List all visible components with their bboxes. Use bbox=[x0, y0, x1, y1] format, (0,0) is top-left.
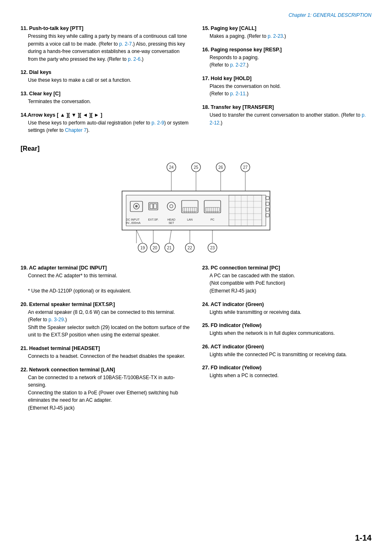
item-12-body: Use these keys to make a call or set a f… bbox=[28, 76, 190, 84]
item-22-title: 22. Network connection terminal [LAN] bbox=[21, 367, 190, 373]
chapter-title: Chapter 1: GENERAL DESCRIPTION bbox=[288, 12, 371, 18]
diagram-container: DC INPUT 9V...600mA EXT.SP. HEAD SET LAN… bbox=[21, 158, 371, 257]
item-16-title: 16. Paging response key [RESP.] bbox=[202, 47, 371, 53]
item-17-body: Places the conversation on hold.(Refer t… bbox=[210, 83, 371, 98]
link-p2-27[interactable]: p. 2-27 bbox=[230, 62, 245, 68]
svg-point-4 bbox=[135, 205, 138, 207]
svg-rect-35 bbox=[266, 196, 269, 200]
link-p2-23[interactable]: p. 2-23 bbox=[267, 33, 283, 39]
item-21-title: 21. Headset terminal [HEADSET] bbox=[21, 345, 190, 351]
svg-rect-36 bbox=[266, 202, 269, 205]
svg-text:DC INPUT: DC INPUT bbox=[126, 218, 140, 221]
svg-text:21: 21 bbox=[167, 246, 172, 250]
item-13: 13. Clear key [C] Terminates the convers… bbox=[21, 91, 190, 106]
item-11-body: Pressing this key while calling a party … bbox=[28, 32, 190, 63]
bottom-right-column: 23. PC connection terminal [PC] A PC can… bbox=[202, 265, 371, 419]
item-15-body: Makes a paging. (Refer to p. 2-23.) bbox=[210, 32, 371, 40]
item-23: 23. PC connection terminal [PC] A PC can… bbox=[202, 265, 371, 295]
item-17: 17. Hold key [HOLD] Places the conversat… bbox=[202, 76, 371, 98]
rear-title: [Rear] bbox=[21, 145, 371, 152]
link-p2-11[interactable]: p. 2-11 bbox=[230, 91, 245, 97]
item-18: 18. Transfer key [TRANSFER] Used to tran… bbox=[202, 104, 371, 127]
item-11-title: 11. Push-to-talk key [PTT] bbox=[21, 25, 190, 31]
svg-text:PC: PC bbox=[210, 218, 214, 221]
bottom-left-column: 19. AC adapter terminal [DC INPUT] Conne… bbox=[21, 265, 190, 419]
item-23-title: 23. PC connection terminal [PC] bbox=[202, 265, 371, 271]
item-16: 16. Paging response key [RESP.] Responds… bbox=[202, 47, 371, 69]
page-num-text: 1-14 bbox=[355, 533, 371, 542]
link-p3-29[interactable]: p. 3-29 bbox=[48, 317, 64, 322]
item-25: 25. FD indicator (Yellow) Lights when th… bbox=[202, 322, 371, 337]
item-21-body: Connects to a headset. Connection of the… bbox=[28, 352, 190, 360]
item-22: 22. Network connection terminal [LAN] Ca… bbox=[21, 367, 190, 412]
svg-rect-38 bbox=[266, 214, 269, 217]
svg-rect-37 bbox=[266, 208, 269, 211]
rear-diagram: DC INPUT 9V...600mA EXT.SP. HEAD SET LAN… bbox=[89, 158, 303, 257]
svg-text:23: 23 bbox=[210, 246, 215, 250]
right-column: 15. Paging key [CALL] Makes a paging. (R… bbox=[202, 25, 371, 141]
item-11: 11. Push-to-talk key [PTT] Pressing this… bbox=[21, 25, 190, 63]
svg-text:26: 26 bbox=[218, 165, 223, 170]
svg-rect-1 bbox=[126, 195, 266, 226]
item-18-body: Used to transfer the current conversatio… bbox=[210, 111, 371, 127]
item-20-body: An external speaker (8 Ω, 0.6 W) can be … bbox=[28, 309, 190, 339]
item-24-body: Lights while transmitting or receiving d… bbox=[210, 309, 371, 316]
item-17-title: 17. Hold key [HOLD] bbox=[202, 76, 371, 81]
svg-text:SET: SET bbox=[168, 221, 174, 224]
svg-text:27: 27 bbox=[243, 165, 248, 170]
item-12: 12. Dial keys Use these keys to make a c… bbox=[21, 69, 190, 84]
item-13-body: Terminates the conversation. bbox=[28, 98, 190, 106]
link-p2-12[interactable]: p. 2-12 bbox=[210, 112, 366, 126]
link-p2-7[interactable]: p. 2-7 bbox=[119, 41, 132, 47]
item-14-body: Use these keys to perform auto-dial regi… bbox=[28, 119, 190, 134]
item-12-title: 12. Dial keys bbox=[21, 69, 190, 75]
svg-text:22: 22 bbox=[187, 246, 192, 250]
item-14-title: 14.Arrow keys [ ▲ ][ ▼ ][ ◄ ][ ► ] bbox=[21, 112, 190, 118]
item-18-title: 18. Transfer key [TRANSFER] bbox=[202, 104, 371, 110]
item-26-title: 26. ACT indicator (Green) bbox=[202, 344, 371, 350]
item-25-title: 25. FD indicator (Yellow) bbox=[202, 322, 371, 328]
item-26-body: Lights while the connected PC is transmi… bbox=[210, 351, 371, 359]
item-21: 21. Headset terminal [HEADSET] Connects … bbox=[21, 345, 190, 360]
link-p2-9[interactable]: p. 2-9 bbox=[152, 120, 164, 126]
link-chapter7[interactable]: Chapter 7 bbox=[65, 127, 87, 133]
item-20-title: 20. External speaker terminal [EXT.SP.] bbox=[21, 302, 190, 307]
item-25-body: Lights when the network is in full duple… bbox=[210, 329, 371, 337]
svg-line-70 bbox=[136, 230, 143, 243]
left-column: 11. Push-to-talk key [PTT] Pressing this… bbox=[21, 25, 190, 141]
item-26: 26. ACT indicator (Green) Lights while t… bbox=[202, 344, 371, 359]
item-16-body: Responds to a paging.(Refer to p. 2-27.) bbox=[210, 54, 371, 69]
item-19-body: Connect the AC adapter* to this terminal… bbox=[28, 272, 190, 295]
svg-text:9V...600mA: 9V...600mA bbox=[126, 221, 141, 224]
item-24: 24. ACT indicator (Green) Lights while t… bbox=[202, 302, 371, 316]
rear-section: [Rear] bbox=[21, 145, 371, 419]
item-27-body: Lights when a PC is connected. bbox=[210, 372, 371, 380]
item-22-body: Can be connected to a network of 10BASE-… bbox=[28, 374, 190, 412]
link-p2-6[interactable]: p. 2-6 bbox=[128, 56, 141, 62]
svg-text:20: 20 bbox=[152, 246, 157, 250]
svg-text:19: 19 bbox=[140, 246, 145, 250]
svg-text:LAN: LAN bbox=[187, 218, 193, 221]
svg-line-74 bbox=[169, 230, 171, 243]
item-19: 19. AC adapter terminal [DC INPUT] Conne… bbox=[21, 265, 190, 295]
item-23-body: A PC can be cascaded with the station. (… bbox=[210, 272, 371, 295]
item-19-title: 19. AC adapter terminal [DC INPUT] bbox=[21, 265, 190, 271]
page-header: Chapter 1: GENERAL DESCRIPTION bbox=[21, 12, 371, 18]
item-27: 27. FD indicator (Yellow) Lights when a … bbox=[202, 365, 371, 380]
item-14: 14.Arrow keys [ ▲ ][ ▼ ][ ◄ ][ ► ] Use t… bbox=[21, 112, 190, 134]
page-number: 1-14 bbox=[355, 533, 371, 543]
item-13-title: 13. Clear key [C] bbox=[21, 91, 190, 97]
top-two-col: 11. Push-to-talk key [PTT] Pressing this… bbox=[21, 25, 371, 141]
item-15: 15. Paging key [CALL] Makes a paging. (R… bbox=[202, 25, 371, 40]
item-27-title: 27. FD indicator (Yellow) bbox=[202, 365, 371, 371]
item-20: 20. External speaker terminal [EXT.SP.] … bbox=[21, 302, 190, 339]
svg-text:HEAD: HEAD bbox=[167, 218, 175, 221]
item-24-title: 24. ACT indicator (Green) bbox=[202, 302, 371, 307]
page: Chapter 1: GENERAL DESCRIPTION 11. Push-… bbox=[0, 0, 392, 555]
svg-text:25: 25 bbox=[194, 165, 198, 170]
bottom-two-col: 19. AC adapter terminal [DC INPUT] Conne… bbox=[21, 265, 371, 419]
svg-text:24: 24 bbox=[169, 165, 174, 170]
item-15-title: 15. Paging key [CALL] bbox=[202, 25, 371, 31]
svg-text:EXT.SP.: EXT.SP. bbox=[148, 218, 158, 221]
